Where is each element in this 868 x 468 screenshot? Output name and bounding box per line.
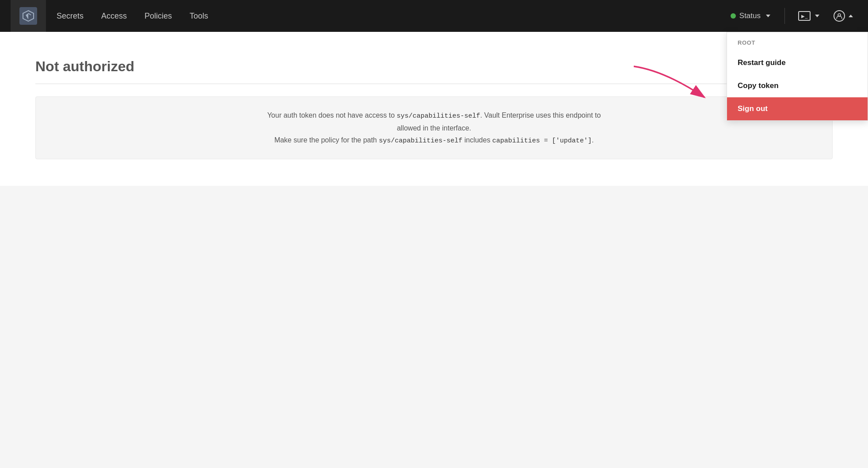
error-body: Your auth token does not have access to … (35, 96, 833, 159)
vault-logo-icon (19, 7, 37, 25)
error-line3-middle: includes (462, 136, 492, 144)
error-line3-code: capabilities = ['update'] (492, 137, 592, 145)
user-dropdown-menu: ROOT Restart guide Copy token Sign out (727, 32, 868, 121)
error-line3-suffix: . (592, 136, 594, 144)
error-line3-path: sys/capabilities-self (379, 137, 462, 145)
error-line1: Your auth token does not have access to … (53, 109, 815, 122)
vault-logo-container[interactable] (11, 0, 46, 32)
error-line1-code: sys/capabilities-self (397, 112, 480, 120)
status-button[interactable]: Status (725, 9, 776, 23)
error-title: Not authorized (35, 58, 833, 75)
error-line1-prefix: Your auth token does not have access to (267, 111, 397, 119)
nav-tools[interactable]: Tools (190, 12, 208, 21)
terminal-chevron-down-icon (815, 15, 819, 17)
status-dot-icon (731, 13, 736, 19)
navbar: Secrets Access Policies Tools Status ▶ _ (0, 0, 868, 32)
dropdown-header: ROOT (727, 32, 868, 51)
nav-access[interactable]: Access (101, 12, 127, 21)
terminal-icon: ▶ _ (798, 11, 811, 21)
terminal-button[interactable]: ▶ _ (794, 8, 824, 23)
nav-links: Secrets Access Policies Tools (57, 12, 725, 21)
dropdown-restart-guide[interactable]: Restart guide (727, 51, 868, 74)
error-line1-suffix: . Vault Enterprise uses this endpoint to (480, 111, 601, 119)
navbar-divider (784, 8, 785, 24)
nav-policies[interactable]: Policies (145, 12, 172, 21)
user-icon (834, 10, 845, 22)
error-line3: Make sure the policy for the path sys/ca… (53, 134, 815, 147)
status-label: Status (739, 12, 761, 20)
navbar-right: Status ▶ _ (725, 8, 857, 24)
user-button[interactable] (829, 8, 857, 24)
nav-secrets[interactable]: Secrets (57, 12, 84, 21)
dropdown-copy-token[interactable]: Copy token (727, 74, 868, 97)
dropdown-sign-out[interactable]: Sign out (727, 97, 868, 120)
error-line3-prefix: Make sure the policy for the path (274, 136, 379, 144)
error-line2: allowed in the interface. (53, 122, 815, 134)
error-divider (35, 84, 833, 84)
status-chevron-down-icon (766, 15, 770, 17)
user-chevron-up-icon (849, 15, 853, 17)
